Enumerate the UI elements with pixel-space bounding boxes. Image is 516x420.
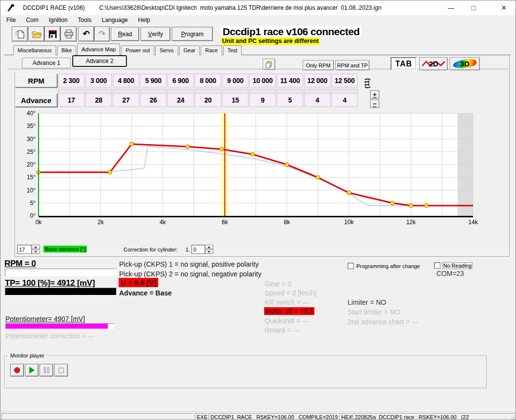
program-button[interactable]: Program xyxy=(172,27,213,41)
verify-button[interactable]: Verify xyxy=(141,27,170,41)
advance-cell[interactable]: 24 xyxy=(167,93,194,107)
read-button[interactable]: Read xyxy=(111,27,139,41)
advance-chart[interactable]: 0k2k4k6k8k10k12k14k0°5°10°15°20°25°30°35… xyxy=(19,111,478,227)
advance-cell[interactable]: 4 xyxy=(331,93,358,107)
base-advance-input[interactable]: 17 xyxy=(17,245,32,254)
svg-text:2k: 2k xyxy=(98,219,104,226)
undo-button[interactable]: ↶ xyxy=(78,26,94,42)
new-file-button[interactable] xyxy=(12,26,28,42)
2d-view-button[interactable]: 2D xyxy=(419,57,448,70)
com-port-readout: COM=23 xyxy=(436,270,464,277)
advance-cell[interactable]: 5 xyxy=(277,93,303,107)
base-advance-spinner[interactable] xyxy=(32,245,40,254)
rpm-cell[interactable]: 11 400 xyxy=(277,74,303,87)
advance-cell[interactable]: 15 xyxy=(222,93,248,107)
save-floppy-icon xyxy=(47,29,58,40)
minimize-button[interactable]: — xyxy=(440,0,462,15)
tab-race[interactable]: Race xyxy=(201,45,222,55)
tab-gear[interactable]: Gear xyxy=(179,45,200,55)
record-button[interactable] xyxy=(10,364,24,377)
monitor-player-title: Monitor player xyxy=(8,353,46,358)
tab-bike[interactable]: Bike xyxy=(57,45,76,55)
advance-cell[interactable]: 17 xyxy=(58,93,84,107)
close-button[interactable]: × xyxy=(493,0,515,15)
tab-advance-map[interactable]: Advance Map xyxy=(77,43,120,55)
menu-language[interactable]: Language xyxy=(100,16,129,24)
save-button[interactable] xyxy=(44,26,61,42)
advance-cell[interactable]: 20 xyxy=(195,93,221,107)
rpm-cell[interactable]: 6 900 xyxy=(167,74,194,87)
only-rpm-button[interactable]: Only RPM xyxy=(303,60,334,70)
menu-help[interactable]: Help xyxy=(137,16,152,24)
rpm-cell[interactable]: 12 500 xyxy=(331,74,358,87)
pause-button[interactable] xyxy=(40,364,53,377)
tab-miscellaneous[interactable]: Miscellaneous xyxy=(13,45,56,55)
menu-tools[interactable]: Tools xyxy=(76,16,93,24)
potentiometer-correction-readout: Potentiometer correction = — xyxy=(5,332,94,340)
rpm-cell[interactable]: 2 300 xyxy=(58,74,84,87)
tp-strip-cell xyxy=(58,89,84,93)
rpm-and-tp-button[interactable]: RPM and TP xyxy=(335,60,370,70)
copy-map-button[interactable] xyxy=(263,59,275,70)
rpm-readout: RPM = 0 xyxy=(4,259,36,269)
maximize-button[interactable]: □ xyxy=(462,0,485,15)
remove-column-button[interactable]: − xyxy=(370,100,379,108)
advance-row: 17 28 27 26 24 20 15 9 5 4 4 xyxy=(58,93,358,107)
tp-strip-cell xyxy=(167,89,194,93)
rpm-cell[interactable]: 10 000 xyxy=(249,74,276,87)
advance-cell[interactable]: 28 xyxy=(85,93,112,107)
status-panel-empty xyxy=(1,413,193,420)
svg-text:20°: 20° xyxy=(27,161,36,168)
programming-after-change-checkbox[interactable] xyxy=(348,263,354,269)
subtab-advance-2[interactable]: Advance 2 xyxy=(72,55,127,67)
tab-servo[interactable]: Servo xyxy=(155,45,178,55)
rpm-cell[interactable]: 4 800 xyxy=(113,74,139,87)
tab-view-button[interactable]: TAB xyxy=(391,57,417,70)
add-column-button[interactable]: + xyxy=(370,90,379,99)
svg-text:40°: 40° xyxy=(27,111,36,117)
printer-icon xyxy=(63,29,74,40)
rpm-cell[interactable]: 12 000 xyxy=(304,74,330,87)
svg-text:10k: 10k xyxy=(344,219,354,226)
print-button[interactable] xyxy=(61,26,77,42)
status-hex-info: 220825a_DCCDIP1 race RSKEY=106.00 (22 xyxy=(353,413,516,420)
open-file-button[interactable] xyxy=(28,26,44,42)
resize-grip[interactable] xyxy=(510,414,516,420)
cylinder-correction-input[interactable]: 0 xyxy=(191,245,205,254)
start-limiter-readout: Start limiter = NO xyxy=(348,308,400,316)
svg-text:8k: 8k xyxy=(284,219,290,226)
no-reading-checkbox[interactable] xyxy=(434,262,440,269)
stop-icon xyxy=(59,368,64,373)
rpm-cell[interactable]: 3 000 xyxy=(85,74,112,87)
advance-cell[interactable]: 4 xyxy=(304,93,330,107)
rpm-cell[interactable]: 5 900 xyxy=(140,74,166,87)
play-button[interactable] xyxy=(25,364,39,377)
window-title: DCCDIP1 RACE (v106) xyxy=(23,4,85,11)
spin-up-icon[interactable] xyxy=(205,245,213,249)
tab-power-out[interactable]: Power out xyxy=(121,45,154,55)
tab-test[interactable]: Test xyxy=(223,45,242,55)
main-tabstrip: Miscellaneous Bike Advance Map Power out… xyxy=(13,43,242,55)
redo-button[interactable]: ↷ xyxy=(94,26,110,42)
menu-file[interactable]: File xyxy=(5,16,17,24)
copy-icon xyxy=(265,61,273,68)
advance-cell[interactable]: 9 xyxy=(249,93,276,107)
rpm-cell[interactable]: 9 000 xyxy=(222,74,248,87)
potentiometer-bar xyxy=(5,323,114,329)
spin-down-icon[interactable] xyxy=(205,250,213,254)
rpm-row-label: RPM xyxy=(15,74,57,87)
menu-com[interactable]: Com xyxy=(24,16,40,24)
spin-up-icon[interactable] xyxy=(32,245,40,249)
rpm-cell[interactable]: 8 000 xyxy=(195,74,221,87)
cylinder-correction-spinner[interactable] xyxy=(205,245,213,254)
menu-ignition[interactable]: Ignition xyxy=(47,16,69,24)
spin-down-icon[interactable] xyxy=(32,250,40,254)
2d-label: 2D xyxy=(429,60,438,68)
rpm-bar xyxy=(5,269,117,276)
stop-button[interactable] xyxy=(54,364,68,377)
advance-cell[interactable]: 26 xyxy=(140,93,166,107)
3d-view-button[interactable]: 3D xyxy=(450,57,480,70)
status-exe-label: EXE xyxy=(195,413,207,420)
advance-cell[interactable]: 27 xyxy=(113,93,139,107)
subtab-advance-1[interactable]: Advance 1 xyxy=(22,58,71,68)
